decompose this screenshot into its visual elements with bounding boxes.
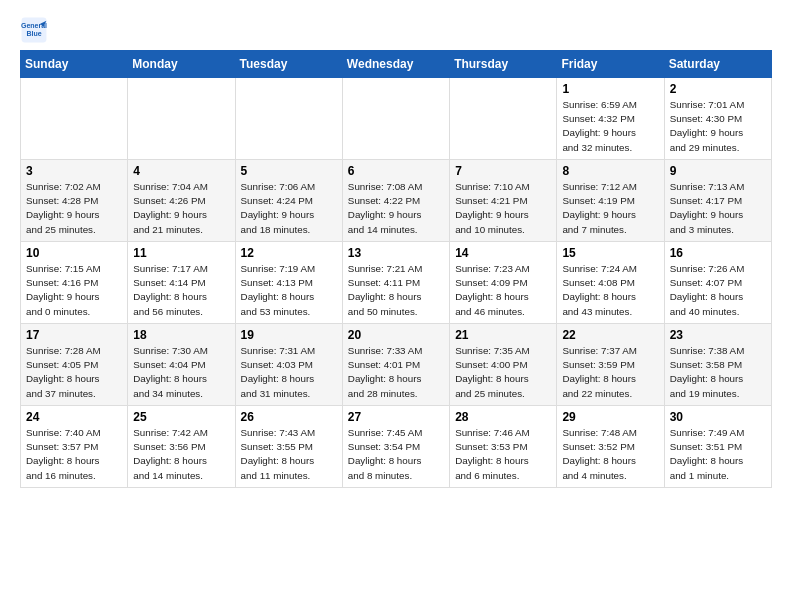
day-number: 8 (562, 164, 658, 178)
svg-text:Blue: Blue (26, 30, 41, 37)
day-number: 26 (241, 410, 337, 424)
calendar-cell: 7Sunrise: 7:10 AM Sunset: 4:21 PM Daylig… (450, 160, 557, 242)
day-number: 9 (670, 164, 766, 178)
day-number: 3 (26, 164, 122, 178)
day-info: Sunrise: 7:33 AM Sunset: 4:01 PM Dayligh… (348, 344, 444, 401)
day-number: 19 (241, 328, 337, 342)
day-info: Sunrise: 7:40 AM Sunset: 3:57 PM Dayligh… (26, 426, 122, 483)
day-number: 23 (670, 328, 766, 342)
weekday-header-friday: Friday (557, 51, 664, 78)
day-info: Sunrise: 7:42 AM Sunset: 3:56 PM Dayligh… (133, 426, 229, 483)
calendar-cell: 18Sunrise: 7:30 AM Sunset: 4:04 PM Dayli… (128, 324, 235, 406)
calendar-cell: 24Sunrise: 7:40 AM Sunset: 3:57 PM Dayli… (21, 406, 128, 488)
calendar-cell (342, 78, 449, 160)
calendar-cell: 17Sunrise: 7:28 AM Sunset: 4:05 PM Dayli… (21, 324, 128, 406)
calendar-week-2: 3Sunrise: 7:02 AM Sunset: 4:28 PM Daylig… (21, 160, 772, 242)
calendar-cell: 3Sunrise: 7:02 AM Sunset: 4:28 PM Daylig… (21, 160, 128, 242)
calendar-cell: 1Sunrise: 6:59 AM Sunset: 4:32 PM Daylig… (557, 78, 664, 160)
calendar-week-1: 1Sunrise: 6:59 AM Sunset: 4:32 PM Daylig… (21, 78, 772, 160)
day-number: 25 (133, 410, 229, 424)
calendar-cell: 29Sunrise: 7:48 AM Sunset: 3:52 PM Dayli… (557, 406, 664, 488)
day-info: Sunrise: 7:06 AM Sunset: 4:24 PM Dayligh… (241, 180, 337, 237)
day-info: Sunrise: 7:02 AM Sunset: 4:28 PM Dayligh… (26, 180, 122, 237)
day-info: Sunrise: 7:01 AM Sunset: 4:30 PM Dayligh… (670, 98, 766, 155)
day-number: 6 (348, 164, 444, 178)
day-info: Sunrise: 7:21 AM Sunset: 4:11 PM Dayligh… (348, 262, 444, 319)
day-info: Sunrise: 7:43 AM Sunset: 3:55 PM Dayligh… (241, 426, 337, 483)
calendar-cell: 10Sunrise: 7:15 AM Sunset: 4:16 PM Dayli… (21, 242, 128, 324)
calendar-cell: 21Sunrise: 7:35 AM Sunset: 4:00 PM Dayli… (450, 324, 557, 406)
day-info: Sunrise: 7:30 AM Sunset: 4:04 PM Dayligh… (133, 344, 229, 401)
logo: General Blue (20, 16, 52, 44)
day-info: Sunrise: 7:38 AM Sunset: 3:58 PM Dayligh… (670, 344, 766, 401)
calendar-cell: 15Sunrise: 7:24 AM Sunset: 4:08 PM Dayli… (557, 242, 664, 324)
day-number: 2 (670, 82, 766, 96)
day-number: 14 (455, 246, 551, 260)
logo-icon: General Blue (20, 16, 48, 44)
calendar-cell: 4Sunrise: 7:04 AM Sunset: 4:26 PM Daylig… (128, 160, 235, 242)
weekday-header-monday: Monday (128, 51, 235, 78)
day-info: Sunrise: 7:23 AM Sunset: 4:09 PM Dayligh… (455, 262, 551, 319)
day-info: Sunrise: 7:28 AM Sunset: 4:05 PM Dayligh… (26, 344, 122, 401)
day-info: Sunrise: 6:59 AM Sunset: 4:32 PM Dayligh… (562, 98, 658, 155)
calendar-week-4: 17Sunrise: 7:28 AM Sunset: 4:05 PM Dayli… (21, 324, 772, 406)
calendar-cell: 9Sunrise: 7:13 AM Sunset: 4:17 PM Daylig… (664, 160, 771, 242)
calendar-table: SundayMondayTuesdayWednesdayThursdayFrid… (20, 50, 772, 488)
day-info: Sunrise: 7:17 AM Sunset: 4:14 PM Dayligh… (133, 262, 229, 319)
day-number: 13 (348, 246, 444, 260)
day-info: Sunrise: 7:26 AM Sunset: 4:07 PM Dayligh… (670, 262, 766, 319)
day-info: Sunrise: 7:15 AM Sunset: 4:16 PM Dayligh… (26, 262, 122, 319)
calendar-cell: 6Sunrise: 7:08 AM Sunset: 4:22 PM Daylig… (342, 160, 449, 242)
calendar-cell: 12Sunrise: 7:19 AM Sunset: 4:13 PM Dayli… (235, 242, 342, 324)
day-number: 27 (348, 410, 444, 424)
calendar-cell: 23Sunrise: 7:38 AM Sunset: 3:58 PM Dayli… (664, 324, 771, 406)
day-number: 22 (562, 328, 658, 342)
day-number: 21 (455, 328, 551, 342)
calendar-cell: 27Sunrise: 7:45 AM Sunset: 3:54 PM Dayli… (342, 406, 449, 488)
day-number: 4 (133, 164, 229, 178)
calendar-cell: 5Sunrise: 7:06 AM Sunset: 4:24 PM Daylig… (235, 160, 342, 242)
weekday-header-sunday: Sunday (21, 51, 128, 78)
calendar-cell: 26Sunrise: 7:43 AM Sunset: 3:55 PM Dayli… (235, 406, 342, 488)
weekday-header-tuesday: Tuesday (235, 51, 342, 78)
weekday-header-thursday: Thursday (450, 51, 557, 78)
calendar-cell: 8Sunrise: 7:12 AM Sunset: 4:19 PM Daylig… (557, 160, 664, 242)
day-info: Sunrise: 7:37 AM Sunset: 3:59 PM Dayligh… (562, 344, 658, 401)
calendar-body: 1Sunrise: 6:59 AM Sunset: 4:32 PM Daylig… (21, 78, 772, 488)
day-info: Sunrise: 7:35 AM Sunset: 4:00 PM Dayligh… (455, 344, 551, 401)
calendar-cell (450, 78, 557, 160)
calendar-cell: 25Sunrise: 7:42 AM Sunset: 3:56 PM Dayli… (128, 406, 235, 488)
day-info: Sunrise: 7:04 AM Sunset: 4:26 PM Dayligh… (133, 180, 229, 237)
calendar-week-3: 10Sunrise: 7:15 AM Sunset: 4:16 PM Dayli… (21, 242, 772, 324)
calendar-cell: 19Sunrise: 7:31 AM Sunset: 4:03 PM Dayli… (235, 324, 342, 406)
day-info: Sunrise: 7:10 AM Sunset: 4:21 PM Dayligh… (455, 180, 551, 237)
day-number: 16 (670, 246, 766, 260)
day-info: Sunrise: 7:12 AM Sunset: 4:19 PM Dayligh… (562, 180, 658, 237)
weekday-header-saturday: Saturday (664, 51, 771, 78)
day-number: 17 (26, 328, 122, 342)
day-number: 15 (562, 246, 658, 260)
day-info: Sunrise: 7:24 AM Sunset: 4:08 PM Dayligh… (562, 262, 658, 319)
calendar-week-5: 24Sunrise: 7:40 AM Sunset: 3:57 PM Dayli… (21, 406, 772, 488)
day-info: Sunrise: 7:45 AM Sunset: 3:54 PM Dayligh… (348, 426, 444, 483)
calendar-cell: 2Sunrise: 7:01 AM Sunset: 4:30 PM Daylig… (664, 78, 771, 160)
calendar-cell: 16Sunrise: 7:26 AM Sunset: 4:07 PM Dayli… (664, 242, 771, 324)
day-number: 24 (26, 410, 122, 424)
day-number: 28 (455, 410, 551, 424)
day-number: 20 (348, 328, 444, 342)
day-info: Sunrise: 7:13 AM Sunset: 4:17 PM Dayligh… (670, 180, 766, 237)
day-number: 11 (133, 246, 229, 260)
day-info: Sunrise: 7:19 AM Sunset: 4:13 PM Dayligh… (241, 262, 337, 319)
weekday-header-wednesday: Wednesday (342, 51, 449, 78)
day-info: Sunrise: 7:08 AM Sunset: 4:22 PM Dayligh… (348, 180, 444, 237)
header: General Blue (20, 16, 772, 44)
weekday-row: SundayMondayTuesdayWednesdayThursdayFrid… (21, 51, 772, 78)
day-info: Sunrise: 7:48 AM Sunset: 3:52 PM Dayligh… (562, 426, 658, 483)
calendar-cell: 22Sunrise: 7:37 AM Sunset: 3:59 PM Dayli… (557, 324, 664, 406)
day-number: 29 (562, 410, 658, 424)
calendar-cell (128, 78, 235, 160)
calendar-cell (21, 78, 128, 160)
calendar-cell: 13Sunrise: 7:21 AM Sunset: 4:11 PM Dayli… (342, 242, 449, 324)
calendar-cell: 28Sunrise: 7:46 AM Sunset: 3:53 PM Dayli… (450, 406, 557, 488)
calendar-cell: 11Sunrise: 7:17 AM Sunset: 4:14 PM Dayli… (128, 242, 235, 324)
